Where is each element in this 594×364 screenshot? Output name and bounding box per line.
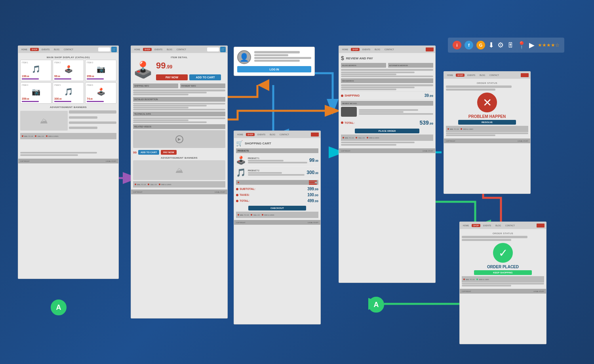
nav-home[interactable]: HOME [20, 48, 29, 51]
nav-contact-sc[interactable]: CONTACT [278, 133, 291, 136]
nav-blog-os[interactable]: BLOG [494, 224, 503, 227]
cart-copyright: COPYRIGHT LEGAL STUFF [234, 220, 320, 225]
nav-blog-rp[interactable]: BLOG [373, 48, 382, 51]
success-title: ORDER PLACED [462, 265, 544, 269]
product-price-3: 359.99 [87, 75, 115, 78]
product-5[interactable]: ITEM 5 🎵 300.99 [53, 82, 84, 104]
nav-events-id[interactable]: EVENTS [153, 48, 164, 51]
error-copyright: COPYRIGHT LEGAL STUFF [444, 138, 530, 143]
shopping-cart-page: HOME SHOP EVENTS BLOG CONTACT 🛒 SHOPPING… [234, 131, 321, 324]
products-header: PRODUCTS [236, 148, 318, 153]
review-nav: HOME SHOP EVENTS BLOG CONTACT [339, 46, 435, 53]
ad-title: ADVERTISEMENT BANNERS [20, 106, 116, 108]
pay-now-button[interactable]: PAY NOW [156, 74, 188, 80]
review-footer: MAIL TO US CALL US WEB & LINKS [341, 135, 433, 141]
nav-events-oe[interactable]: EVENTS [466, 74, 477, 77]
cart-icon[interactable]: 🛒 [111, 47, 117, 52]
nav-contact-os[interactable]: CONTACT [504, 224, 516, 227]
product-price-6: 74.99 [87, 97, 115, 100]
nav-shop-os[interactable]: SHOP [472, 224, 480, 227]
taxes-bar [236, 180, 318, 185]
product-price-4: 359.99 [22, 97, 50, 100]
nav-home-id[interactable]: HOME [133, 48, 142, 51]
product-6[interactable]: ITEM 6 🕹️ 74.99 [85, 82, 116, 104]
nav-shop-sc[interactable]: SHOP [246, 133, 255, 136]
nav-home-os[interactable]: HOME [461, 224, 470, 227]
nav-contact[interactable]: CONTACT [62, 48, 75, 51]
related-videos-label: RELATED VIDEOS [133, 124, 225, 129]
settings-icon[interactable]: ⚙ [497, 41, 504, 49]
nav-blog[interactable]: BLOG [52, 48, 61, 51]
product-icon-5: 🎵 [54, 86, 82, 97]
product-price-5: 300.99 [54, 97, 82, 100]
shipping-row: SHIPPING 39.99 [341, 91, 433, 100]
place-order-button[interactable]: PLACE ORDER [355, 129, 419, 133]
product-icon-2: 🕹️ [54, 64, 82, 75]
catalog-copyright: COPYRIGHT LEGAL STUFF [18, 159, 118, 163]
product-price-1: 199.99 [22, 75, 50, 78]
product-1[interactable]: ITEM 1 🎵 199.99 [20, 60, 51, 81]
popup-header: 👤 [237, 50, 311, 64]
success-icon: ✓ [493, 243, 513, 263]
flow-label-a2: A [368, 297, 384, 313]
catalog-page: HOME SHOP EVENTS BLOG CONTACT 🛒 MAIN SHO… [18, 46, 119, 279]
bottom-add-to-cart[interactable]: ADD TO CART [138, 150, 159, 155]
cart-nav: HOME SHOP EVENTS BLOG CONTACT [234, 131, 320, 138]
google-icon[interactable]: G [476, 41, 485, 49]
nav-shop-oe[interactable]: SHOP [456, 74, 465, 77]
product-4[interactable]: ITEM 4 📷 359.99 [20, 82, 51, 104]
sliders-icon[interactable]: 🎚 [507, 41, 514, 49]
success-nav: HOME SHOP EVENTS BLOG CONTACT [460, 222, 546, 229]
nav-home-rp[interactable]: HOME [341, 48, 350, 51]
nav-blog-sc[interactable]: BLOG [268, 133, 277, 136]
cart-footer: MAIL TO US CALL US WEB & LINKS [236, 212, 318, 218]
keep-shopping-button[interactable]: KEEP SHOPPING [474, 270, 532, 275]
catalog-nav: HOME SHOP EVENTS BLOG CONTACT 🛒 [18, 46, 118, 53]
ad-banner-1: ⛰ [20, 111, 68, 131]
item-detail-title: ITEM DETAIL [133, 56, 225, 59]
product-3[interactable]: ITEM 3 📷 359.99 [85, 60, 116, 81]
product-icon-4: 📷 [22, 86, 50, 97]
new-address-label: NEW ADDRESS [341, 78, 433, 83]
nav-shop[interactable]: SHOP [30, 48, 39, 51]
nav-contact-id[interactable]: CONTACT [175, 48, 188, 51]
review-pay-title: REVIEW AND PAY [346, 57, 373, 60]
nav-shop-rp[interactable]: SHOP [351, 48, 360, 51]
resolve-button[interactable]: RESOLVE [458, 120, 516, 125]
order-success-page: HOME SHOP EVENTS BLOG CONTACT ORDER STAT… [459, 222, 546, 344]
order-error-page: HOME SHOP EVENTS BLOG CONTACT ORDER STAT… [444, 71, 531, 194]
nav-search-id[interactable] [207, 47, 219, 51]
video-thumb[interactable]: ▶ [133, 130, 225, 148]
log-in-button[interactable]: LOG IN [237, 66, 311, 72]
location-icon[interactable]: 📍 [517, 41, 526, 49]
nav-blog-oe[interactable]: BLOG [478, 74, 487, 77]
nav-search[interactable] [98, 47, 110, 51]
product-icon-6: 🕹️ [87, 86, 115, 97]
user-popup: 👤 LOG IN [234, 47, 315, 76]
info-icon[interactable]: i [453, 41, 461, 49]
download-icon[interactable]: ⬇ [488, 41, 494, 49]
nav-events[interactable]: EVENTS [40, 48, 51, 51]
catalog-title: MAIN SHOP DISPLAY (CATALOG) [20, 56, 116, 59]
checkout-button[interactable]: CHECKOUT [248, 206, 306, 210]
item-detail-footer: MAIL TO US CALL US WEB & LINKS [133, 181, 225, 188]
nav-shop-id[interactable]: SHOP [143, 48, 152, 51]
product-price-2: 99.99 [54, 75, 82, 78]
nav-home-sc[interactable]: HOME [236, 133, 245, 136]
cart-icon-id[interactable]: 🛒 [220, 47, 226, 52]
facebook-icon[interactable]: f [465, 41, 473, 49]
nav-blog-id[interactable]: BLOG [165, 48, 174, 51]
bottom-pay-now[interactable]: PAY NOW [161, 150, 177, 155]
nav-home-oe[interactable]: HOME [446, 74, 455, 77]
product-2[interactable]: ITEM 2 🕹️ 99.99 [53, 60, 84, 81]
nav-events-os[interactable]: EVENTS [482, 224, 493, 227]
nav-events-sc[interactable]: EVENTS [256, 133, 267, 136]
item-detail-nav: HOME SHOP EVENTS BLOG CONTACT 🛒 [131, 46, 227, 53]
nav-contact-rp[interactable]: CONTACT [383, 48, 396, 51]
flow-label-a1: A [51, 300, 67, 315]
nav-events-rp[interactable]: EVENTS [361, 48, 372, 51]
add-to-cart-button[interactable]: ADD TO CART [189, 74, 221, 80]
nav-contact-oe[interactable]: CONTACT [488, 74, 501, 77]
toolbar: i f G ⬇ ⚙ 🎚 📍 ▶ ★★★★☆ [448, 38, 564, 53]
play-icon[interactable]: ▶ [529, 41, 535, 49]
